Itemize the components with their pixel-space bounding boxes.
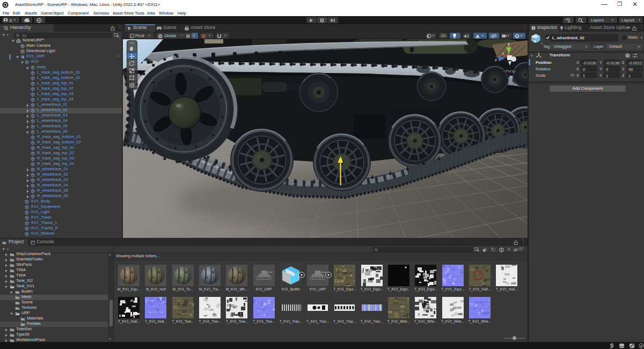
svg-text:?: ? [627, 54, 629, 57]
svg-text:y: y [508, 41, 510, 46]
svg-text:‹ Persp: ‹ Persp [503, 69, 516, 74]
svg-text:x: x [502, 52, 504, 55]
svg-text:z: z [495, 57, 497, 62]
